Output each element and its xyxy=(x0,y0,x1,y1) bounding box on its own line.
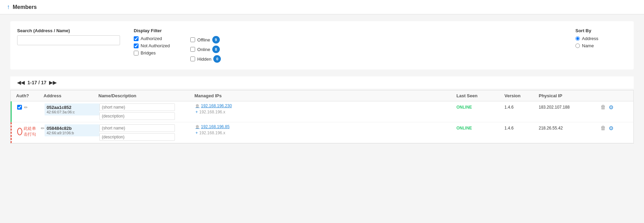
up-arrow-icon: ↑ xyxy=(7,3,10,11)
row1-ip-plus-icon[interactable]: + xyxy=(195,110,198,114)
page-header: ↑ Members xyxy=(0,0,644,14)
sort-by-title: Sort By xyxy=(575,28,627,33)
authorized-checkbox[interactable] xyxy=(134,36,139,41)
auth-cell-1: ✏ xyxy=(17,103,45,110)
offline-label: Offline xyxy=(197,37,210,42)
filter-hidden: Hidden 0 xyxy=(190,55,221,63)
row1-delete-btn[interactable]: 🗑 xyxy=(600,104,606,110)
col-physical-ip: Physical IP xyxy=(539,93,600,98)
col-managed-ips: Managed IPs xyxy=(194,93,456,98)
bridges-label: Bridges xyxy=(141,50,156,55)
auth-cell-2: 此处单击打勾 ✏ xyxy=(17,124,45,137)
row1-managed-ips: 🗑 192.168.196.230 + 192.168.196.x xyxy=(195,103,456,114)
row2-status: ONLINE xyxy=(456,124,504,131)
sort-address-radio[interactable] xyxy=(575,36,580,41)
sort-name-label: Name xyxy=(582,43,594,48)
row2-managed-ips: 🗑 192.168.196.85 + 192.168.196.x xyxy=(195,124,456,135)
filters-row: Search (Address / Name) Display Filter A… xyxy=(10,21,634,70)
row1-name-input[interactable] xyxy=(99,103,175,111)
row2-name-cell xyxy=(99,124,195,141)
sort-name-option: Name xyxy=(575,43,627,48)
row1-ip-route: + 192.168.196.x xyxy=(195,110,456,114)
row1-address-cell: 052aa1c852 42:66:07:3a:06:c xyxy=(45,103,99,115)
hidden-checkbox[interactable] xyxy=(190,57,195,61)
sort-address-option: Address xyxy=(575,36,627,41)
row1-name-cell xyxy=(99,103,195,120)
members-table: Auth? Address Name/Description Managed I… xyxy=(10,90,634,144)
row2-address-main: 058484c82b xyxy=(47,126,97,131)
row2-name-input[interactable] xyxy=(99,124,175,132)
row2-annotation: 此处单击打勾 xyxy=(17,126,39,137)
offline-checkbox[interactable] xyxy=(190,37,195,42)
row1-status: ONLINE xyxy=(456,103,504,110)
not-authorized-checkbox[interactable] xyxy=(134,44,139,48)
filter-bridges: Bridges xyxy=(134,50,170,55)
sort-section: Sort By Address Name xyxy=(575,28,627,50)
pagination-range: 1-17 / 17 xyxy=(27,80,46,85)
row2-ip-value: 192.168.196.85 xyxy=(201,124,229,129)
row2-delete-btn[interactable]: 🗑 xyxy=(600,125,606,131)
col-version: Version xyxy=(504,93,539,98)
row2-desc-input[interactable] xyxy=(99,133,175,141)
table-header: Auth? Address Name/Description Managed I… xyxy=(11,90,633,101)
hidden-badge: 0 xyxy=(213,55,221,63)
online-badge: 8 xyxy=(212,46,220,53)
filter-col-left: Authorized Not Authorized Bridges xyxy=(134,36,170,63)
row2-ip-plus-icon[interactable]: + xyxy=(195,131,198,135)
authorized-label: Authorized xyxy=(141,36,162,41)
table-row: ✏ 052aa1c852 42:66:07:3a:06:c 🗑 192.168.… xyxy=(11,101,633,122)
row2-version: 1.4.6 xyxy=(504,124,539,131)
row1-address-main: 052aa1c852 xyxy=(47,105,97,110)
col-last-seen: Last Seen xyxy=(456,93,504,98)
main-content: Search (Address / Name) Display Filter A… xyxy=(0,14,644,150)
bridges-checkbox[interactable] xyxy=(134,51,139,55)
row2-settings-btn[interactable]: ⚙ xyxy=(609,125,613,132)
annotation-circle xyxy=(17,128,22,135)
pagination-next[interactable]: ▶▶ xyxy=(49,80,57,85)
row1-ip-trash-icon[interactable]: 🗑 xyxy=(195,103,200,108)
row1-auth-checkbox[interactable] xyxy=(17,105,22,110)
pagination-row: ◀◀ 1-17 / 17 ▶▶ xyxy=(10,76,634,89)
row1-ip-assigned[interactable]: 🗑 192.168.196.230 xyxy=(195,103,456,108)
row2-ip-route-value: 192.168.196.x xyxy=(199,131,225,135)
row1-address-sub: 42:66:07:3a:06:c xyxy=(47,110,97,114)
filter-not-authorized: Not Authorized xyxy=(134,43,170,48)
online-label: Online xyxy=(197,47,210,52)
sort-name-radio[interactable] xyxy=(575,44,580,48)
col-name: Name/Description xyxy=(98,93,194,98)
search-label: Search (Address / Name) xyxy=(17,28,120,33)
row1-version: 1.4.6 xyxy=(504,103,539,110)
search-input[interactable] xyxy=(17,35,120,45)
col-auth: Auth? xyxy=(16,93,44,98)
row1-ip-route-value: 192.168.196.x xyxy=(199,110,225,114)
row2-address-cell: 058484c82b 42:66:a9:1f:06:b xyxy=(45,124,99,136)
row2-ip-route: + 192.168.196.x xyxy=(195,131,456,135)
display-filter-section: Display Filter Authorized Not Authorized… xyxy=(134,28,562,63)
filter-authorized: Authorized xyxy=(134,36,170,41)
row1-ip-value: 192.168.196.230 xyxy=(201,103,232,108)
page-title: Members xyxy=(13,4,37,10)
pagination-prev[interactable]: ◀◀ xyxy=(17,80,25,85)
row1-desc-input[interactable] xyxy=(99,112,175,120)
row2-ip-trash-icon[interactable]: 🗑 xyxy=(195,124,200,129)
col-actions xyxy=(600,93,628,98)
sort-address-label: Address xyxy=(582,36,598,41)
row2-edit-icon[interactable]: ✏ xyxy=(41,126,45,131)
annotation-text: 此处单击打勾 xyxy=(24,126,39,137)
row1-actions: 🗑 ⚙ xyxy=(600,103,628,111)
row2-address-sub: 42:66:a9:1f:06:b xyxy=(47,131,97,135)
offline-badge: 9 xyxy=(212,36,220,44)
not-authorized-label: Not Authorized xyxy=(141,43,170,48)
row1-physical-ip: 183.202.107.188 xyxy=(539,103,600,110)
row1-edit-icon[interactable]: ✏ xyxy=(24,105,28,110)
search-section: Search (Address / Name) xyxy=(17,28,120,45)
row1-settings-btn[interactable]: ⚙ xyxy=(609,104,613,111)
row2-ip-assigned[interactable]: 🗑 192.168.196.85 xyxy=(195,124,456,129)
hidden-label: Hidden xyxy=(197,57,211,62)
online-checkbox[interactable] xyxy=(190,47,195,52)
col-address: Address xyxy=(44,93,98,98)
table-row: 此处单击打勾 ✏ 058484c82b 42:66:a9:1f:06:b 🗑 1… xyxy=(11,122,633,143)
display-filter-title: Display Filter xyxy=(134,28,562,33)
row2-physical-ip: 218.26.55.42 xyxy=(539,124,600,131)
filter-columns: Authorized Not Authorized Bridges xyxy=(134,36,562,63)
